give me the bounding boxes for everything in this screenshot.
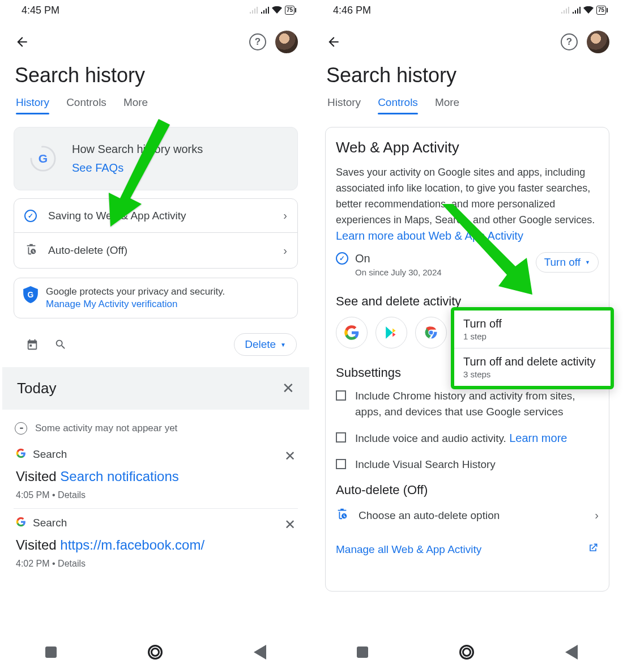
status-right: 75 — [561, 6, 606, 15]
nav-home[interactable] — [148, 645, 163, 660]
arrow-back-icon — [15, 35, 29, 49]
app-play[interactable] — [375, 317, 407, 348]
battery-indicator: 75 — [596, 6, 606, 15]
nav-bar — [0, 632, 312, 672]
tab-more[interactable]: More — [123, 96, 148, 114]
tab-controls[interactable]: Controls — [66, 96, 106, 114]
page-title: Search history — [312, 58, 623, 93]
row-saving-activity[interactable]: ✓ Saving to Web & App Activity › — [14, 199, 297, 233]
learn-more-link[interactable]: Learn more about Web & App Activity — [336, 229, 523, 242]
turn-off-label: Turn off — [544, 256, 581, 269]
visited-link[interactable]: https://m.facebook.com/ — [60, 537, 204, 552]
entry-meta: 4:02 PM • Details — [16, 559, 296, 569]
back-button[interactable] — [325, 33, 342, 50]
help-button[interactable]: ? — [561, 33, 578, 50]
back-button[interactable] — [14, 33, 31, 50]
tab-history[interactable]: History — [327, 96, 361, 114]
on-since: On since July 30, 2024 — [355, 267, 442, 277]
chevron-right-icon: › — [595, 509, 599, 522]
nav-back[interactable] — [254, 645, 266, 660]
popup-turn-off-delete[interactable]: Turn off and delete activity 3 steps — [454, 348, 611, 386]
checkbox[interactable] — [336, 432, 346, 443]
google-swirl-icon: G — [27, 142, 59, 175]
app-google[interactable] — [336, 317, 368, 348]
tabs: History Controls More — [0, 93, 312, 114]
tab-history[interactable]: History — [16, 96, 49, 114]
subsetting-voice-audio[interactable]: Include voice and audio activity. Learn … — [336, 430, 599, 446]
header: ? — [0, 20, 312, 58]
nav-home[interactable] — [459, 645, 474, 660]
chevron-right-icon: › — [283, 209, 287, 222]
details-link[interactable]: Details — [58, 559, 86, 568]
status-right: 75 — [249, 6, 295, 15]
open-external-icon — [587, 542, 599, 556]
search-button[interactable] — [53, 337, 68, 352]
subsetting-text: Include Chrome history and activity from… — [355, 388, 599, 420]
delete-entry-button[interactable]: ✕ — [284, 517, 296, 533]
autodelete-label: Choose an auto-delete option — [359, 509, 500, 522]
wifi-icon — [583, 6, 594, 14]
tab-more[interactable]: More — [435, 96, 459, 114]
details-link[interactable]: Details — [58, 490, 86, 500]
today-label: Today — [17, 380, 56, 397]
avatar[interactable] — [587, 31, 609, 53]
manage-all-link[interactable]: Manage all Web & App Activity — [336, 543, 481, 556]
svg-text:G: G — [28, 290, 34, 299]
faq-link[interactable]: See FAQs — [72, 161, 203, 175]
google-g-icon — [16, 448, 26, 461]
delete-label: Delete — [245, 338, 276, 351]
content: G How Search history works See FAQs ✓ Sa… — [0, 114, 312, 672]
activity-note: • • • Some activity may not appear yet — [14, 410, 298, 440]
close-today-button[interactable]: ✕ — [282, 380, 295, 397]
screen-left: 4:45 PM 75 ? Search history History Cont… — [0, 0, 312, 672]
popup-item-title: Turn off — [463, 317, 601, 330]
row-label: Auto-delete (Off) — [48, 244, 273, 257]
popup-turn-off[interactable]: Turn off 1 step — [454, 311, 611, 348]
delete-entry-button[interactable]: ✕ — [284, 448, 296, 464]
calendar-button[interactable] — [25, 337, 40, 352]
protect-text: Google protects your privacy and securit… — [46, 286, 225, 297]
history-toolbar: Delete ▼ — [14, 318, 298, 366]
auto-delete-icon — [24, 243, 38, 258]
checkbox[interactable] — [336, 459, 346, 469]
delete-button[interactable]: Delete ▼ — [234, 333, 297, 356]
nav-recents[interactable] — [357, 647, 368, 658]
turnoff-popup: Turn off 1 step Turn off and delete acti… — [451, 307, 614, 389]
subsetting-chrome-history[interactable]: Include Chrome history and activity from… — [336, 388, 599, 420]
history-entry: Search ✕ Visited Search notifications 4:… — [14, 440, 298, 509]
help-button[interactable]: ? — [249, 33, 266, 50]
ellipsis-circle-icon: • • • — [15, 422, 27, 435]
nav-back[interactable] — [565, 645, 578, 660]
tab-controls[interactable]: Controls — [378, 96, 418, 114]
faq-card: G How Search history works See FAQs — [14, 127, 298, 190]
screen-right: 4:46 PM 75 ? Search history History Cont… — [312, 0, 623, 672]
header: ? — [312, 20, 623, 58]
content: Web & App Activity Saves your activity o… — [312, 114, 623, 672]
turn-off-button[interactable]: Turn off ▼ — [536, 252, 599, 273]
visited-line: Visited https://m.facebook.com/ — [16, 537, 296, 553]
subsetting-visual-search[interactable]: Include Visual Search History — [336, 457, 599, 473]
status-time: 4:45 PM — [22, 5, 59, 16]
learn-more-link[interactable]: Learn more — [509, 432, 567, 444]
app-chrome[interactable] — [415, 317, 447, 348]
autodelete-heading: Auto-delete (Off) — [336, 483, 599, 497]
nav-recents[interactable] — [45, 647, 57, 658]
google-g-icon — [16, 517, 26, 529]
status-bar: 4:45 PM 75 — [0, 0, 312, 20]
visited-link[interactable]: Search notifications — [60, 469, 178, 484]
panel-title: Web & App Activity — [336, 139, 599, 156]
avatar[interactable] — [275, 31, 298, 53]
status-row: ✓ On On since July 30, 2024 Turn off ▼ — [336, 252, 599, 277]
note-text: Some activity may not appear yet — [35, 423, 177, 434]
signal-icon — [261, 7, 269, 14]
manage-verification-link[interactable]: Manage My Activity verification — [46, 299, 225, 310]
checkbox[interactable] — [336, 390, 346, 401]
check-circle-icon: ✓ — [24, 210, 38, 222]
history-entry: Search ✕ Visited https://m.facebook.com/… — [14, 509, 298, 577]
entry-meta: 4:05 PM • Details — [16, 490, 296, 500]
shield-icon: G — [23, 286, 38, 310]
subsetting-text: Include Visual Search History — [355, 457, 496, 473]
row-auto-delete[interactable]: Auto-delete (Off) › — [14, 233, 297, 268]
protect-card: G Google protects your privacy and secur… — [14, 278, 298, 318]
autodelete-row[interactable]: Choose an auto-delete option › — [336, 508, 599, 523]
